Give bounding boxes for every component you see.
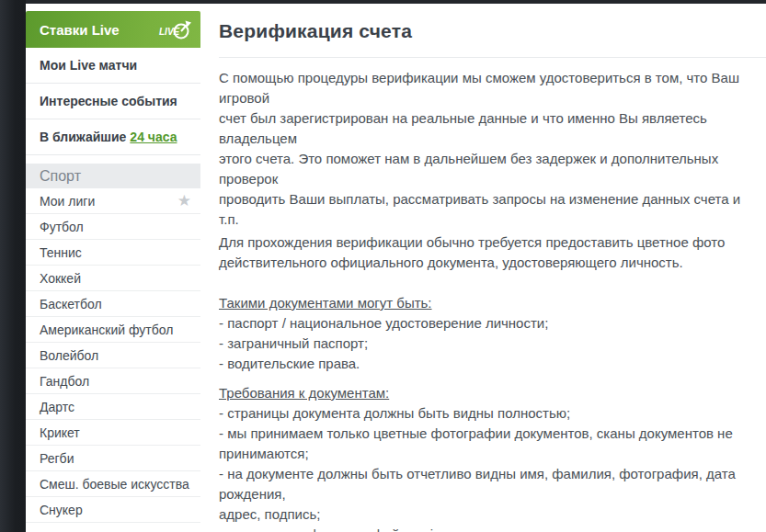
main-content: Верификация счета С помощью процедуры ве… — [219, 4, 766, 532]
page: Ставки Live LIVE Мои Live матчи Интересн… — [0, 0, 766, 532]
sidebar-item-interesting-events[interactable]: Интересные события — [26, 84, 200, 119]
sidebar-item-my-live-matches[interactable]: Мои Live матчи — [26, 48, 200, 84]
favorites-star-icon[interactable]: ★ — [177, 193, 191, 209]
upcoming-prefix: В ближайшие — [40, 130, 126, 144]
sidebar-item-my-leagues[interactable]: Мои лиги ★ — [26, 188, 200, 214]
photo-requirement-paragraph: Для прохождения верификации обычно требу… — [219, 232, 748, 273]
sidebar-item-label: Футбол — [40, 220, 84, 234]
sidebar-item-label: Хоккей — [40, 271, 81, 286]
live-bets-label: Ставки Live — [40, 22, 120, 38]
sidebar-item-label: Баскетбол — [40, 297, 102, 311]
sidebar-item-sport[interactable]: Волейбол — [26, 343, 200, 368]
sidebar-item-sport[interactable]: Хоккей — [26, 266, 200, 291]
documents-heading: Такими документами могут быть: — [219, 293, 748, 313]
sidebar-item-label: Мои лиги — [40, 194, 95, 209]
sidebar-item-label: Американский футбол — [40, 323, 173, 337]
sidebar-item-label: Смеш. боевые искусства — [40, 477, 189, 492]
title-divider — [219, 57, 766, 58]
upcoming-24h-link[interactable]: 24 часа — [130, 130, 177, 144]
sidebar-item-label: Снукер — [40, 503, 83, 517]
sidebar-item-sport[interactable]: Снукер — [26, 497, 200, 523]
sidebar-item-sport[interactable]: Теннис — [26, 240, 200, 266]
sidebar-item-upcoming-24h[interactable]: В ближайшие 24 часа — [26, 119, 200, 155]
intro-paragraph: С помощью процедуры верификации мы сможе… — [219, 68, 748, 230]
live-stopwatch-icon: LIVE — [158, 17, 191, 41]
sidebar-item-label: Дартс — [40, 400, 74, 414]
page-title: Верификация счета — [219, 20, 748, 42]
sidebar-item-sport[interactable]: Футбол — [26, 214, 200, 240]
sidebar-item-label: Гандбол — [40, 374, 89, 389]
sidebar-section-sport: Спорт — [26, 164, 200, 188]
sidebar-item-label: Мои Live матчи — [40, 58, 137, 73]
sidebar-item-sport[interactable]: Регби — [26, 446, 200, 471]
sidebar-item-label: Теннис — [40, 245, 82, 260]
requirements-heading: Требования к документам: — [219, 383, 748, 403]
sidebar-item-sport[interactable]: Крикет — [26, 420, 200, 446]
left-dark-rail — [0, 0, 26, 532]
documents-list: - паспорт / национальное удостоверение л… — [219, 313, 748, 374]
sidebar: Ставки Live LIVE Мои Live матчи Интересн… — [26, 4, 200, 523]
sidebar-item-sport[interactable]: Смеш. боевые искусства — [26, 471, 200, 497]
sidebar-gap — [26, 155, 200, 164]
sidebar-item-label: Волейбол — [40, 348, 98, 363]
sidebar-item-label: Крикет — [40, 425, 80, 440]
sidebar-item-label: Интересные события — [40, 94, 177, 108]
svg-text:LIVE: LIVE — [159, 27, 180, 37]
requirements-list: - страницы документа должны быть видны п… — [219, 403, 748, 532]
sidebar-item-sport[interactable]: Дартс — [26, 394, 200, 420]
sidebar-item-sport[interactable]: Американский футбол — [26, 317, 200, 343]
sidebar-item-sport[interactable]: Баскетбол — [26, 291, 200, 317]
sidebar-item-sport[interactable]: Гандбол — [26, 368, 200, 394]
sidebar-item-label: Регби — [40, 451, 74, 466]
sidebar-item-live-bets[interactable]: Ставки Live LIVE — [26, 11, 200, 48]
